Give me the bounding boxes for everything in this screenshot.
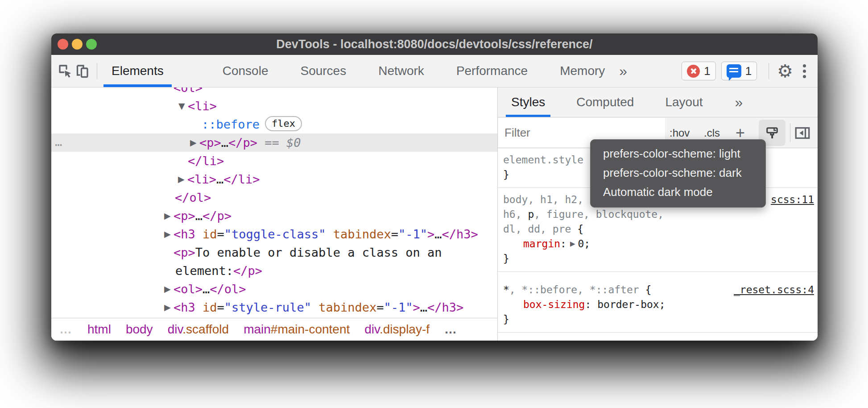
selector-line: p {user agent stylesheet xyxy=(503,340,818,341)
device-toolbar-icon[interactable] xyxy=(74,62,91,79)
shorthand-expander-icon[interactable]: ▶ xyxy=(566,240,578,248)
stylesheet-link[interactable]: scss:11 xyxy=(771,192,814,207)
more-tabs-icon[interactable]: » xyxy=(613,63,633,79)
css-property[interactable]: margin:▶0; xyxy=(503,237,818,251)
tree-part-plain xyxy=(326,227,333,241)
tree-part-tag: > xyxy=(413,300,420,314)
devtools-window: DevTools - localhost:8080/docs/devtools/… xyxy=(51,33,818,341)
tree-part-plain xyxy=(195,227,203,241)
tab-label: Performance xyxy=(456,64,528,78)
tree-part-dots: … xyxy=(195,209,203,223)
breadcrumb-tag: html xyxy=(87,322,111,336)
toggle-sidebar-button[interactable] xyxy=(794,117,811,148)
expand-arrow-closed-icon[interactable]: ▶ xyxy=(164,207,171,225)
tree-part-text: element: xyxy=(175,264,233,278)
tree-row[interactable]: </li> xyxy=(51,152,497,170)
tree-part-tag: </p> xyxy=(228,136,257,150)
breadcrumb-item-html[interactable]: html xyxy=(87,322,111,337)
tree-row[interactable]: ▼<li> xyxy=(51,97,497,115)
selector-part: element.style xyxy=(503,154,583,166)
sidebar-toggle-icon xyxy=(794,125,811,141)
issues-badge[interactable]: 1 xyxy=(721,62,757,80)
sidebar-tab-layout[interactable]: Layout xyxy=(660,87,708,117)
title-bar: DevTools - localhost:8080/docs/devtools/… xyxy=(51,33,818,55)
tree-part-plain xyxy=(311,300,318,314)
flex-badge[interactable]: flex xyxy=(265,116,302,131)
menu-item-prefers-color-scheme-light[interactable]: prefers-color-scheme: light xyxy=(591,144,765,163)
breadcrumb-overflow-right[interactable]: … xyxy=(444,322,458,337)
tree-row[interactable]: <ol> xyxy=(51,87,497,97)
menu-item-prefers-color-scheme-dark[interactable]: prefers-color-scheme: dark xyxy=(591,163,765,183)
selector-part: , *::before, *::after xyxy=(509,284,645,296)
tree-row[interactable]: ▶<p>…</p> xyxy=(51,207,497,225)
tree-row[interactable]: …▶<p>…</p> == $0 xyxy=(51,133,497,152)
expand-arrow-open-icon[interactable]: ▼ xyxy=(178,97,185,115)
tree-row[interactable]: <p>To enable or disable a class on an xyxy=(51,243,497,262)
sidebar-tab-styles[interactable]: Styles xyxy=(506,87,550,117)
sidebar-tabs: StylesComputedLayout» xyxy=(498,87,818,117)
tree-part-dots: … xyxy=(221,136,228,150)
css-property[interactable]: box-sizing: border-box; xyxy=(503,297,818,312)
tab-performance[interactable]: Performance xyxy=(448,55,536,87)
expand-arrow-closed-icon[interactable]: ▶ xyxy=(164,225,171,243)
tab-console[interactable]: Console xyxy=(215,55,277,87)
breadcrumb-item-div[interactable]: div.scaffold xyxy=(168,322,229,337)
breadcrumb-item-body[interactable]: body xyxy=(126,322,153,337)
breadcrumb-item-div[interactable]: div.display-f xyxy=(364,322,430,337)
tree-part-plain: = xyxy=(217,300,224,314)
tab-network[interactable]: Network xyxy=(370,55,432,87)
expand-arrow-closed-icon[interactable]: ▶ xyxy=(164,280,171,298)
error-badge[interactable]: 1 xyxy=(682,62,715,80)
sidebar-tab-label: Layout xyxy=(665,95,703,109)
settings-gear-icon[interactable]: ⚙ xyxy=(777,62,793,79)
row-overflow-dots: … xyxy=(55,133,63,151)
stylesheet-link[interactable]: _reset.scss:4 xyxy=(734,283,814,297)
tree-part-plain xyxy=(195,300,203,314)
sidebar-tab-label: Computed xyxy=(576,95,634,109)
menu-item-automatic-dark-mode[interactable]: Automatic dark mode xyxy=(591,183,765,202)
tree-row[interactable]: </ol> xyxy=(51,188,497,207)
tree-part-tag: </p> xyxy=(203,209,231,223)
sidebar-more-tabs-icon[interactable]: » xyxy=(729,94,749,111)
issues-count: 1 xyxy=(745,64,752,78)
tree-row[interactable]: ▶<h3 id="toggle-class" tabindex="-1">…</… xyxy=(51,225,497,243)
selector-line: h6, p, figure, blockquote, xyxy=(503,207,818,222)
breadcrumb-item-main[interactable]: main#main-content xyxy=(244,322,350,337)
breadcrumb-overflow-left[interactable]: … xyxy=(59,322,73,337)
tree-row[interactable]: ▶<h3 id="style-rule" tabindex="-1">…</h3… xyxy=(51,298,497,316)
toolbar-divider xyxy=(769,63,769,79)
expand-arrow-closed-icon[interactable]: ▶ xyxy=(164,298,171,316)
selector-line: dl, dd, pre { xyxy=(503,222,818,237)
tab-label: Memory xyxy=(560,64,605,78)
breadcrumb-tag: body xyxy=(126,322,153,336)
tree-row[interactable]: element:</p> xyxy=(51,262,497,280)
expand-arrow-closed-icon[interactable]: ▶ xyxy=(178,170,185,188)
tree-part-plain: = xyxy=(391,227,398,241)
inspect-element-icon[interactable] xyxy=(57,62,74,79)
tree-part-tag: <li> xyxy=(188,99,217,113)
tree-part-dots: … xyxy=(216,172,223,186)
style-rule-section: *, *::before, *::after {_reset.scss:4box… xyxy=(498,271,818,332)
expand-arrow-closed-icon[interactable]: ▶ xyxy=(190,133,197,152)
tab-memory[interactable]: Memory xyxy=(552,55,613,87)
tree-row[interactable]: ::beforeflex xyxy=(51,115,497,133)
panel-tabs: ElementsConsoleSourcesNetworkPerformance… xyxy=(103,55,613,87)
window-title: DevTools - localhost:8080/docs/devtools/… xyxy=(51,33,818,55)
kebab-menu-icon[interactable] xyxy=(795,64,814,78)
tree-row[interactable]: ▶<li>…</li> xyxy=(51,170,497,188)
breadcrumb-suffix: .display-f xyxy=(380,322,430,336)
tab-elements[interactable]: Elements xyxy=(103,55,172,87)
selector-line: *, *::before, *::after {_reset.scss:4 xyxy=(503,283,818,297)
tree-part-tag: </h3> xyxy=(442,227,478,241)
selector-part: , figure, blockquote, xyxy=(534,208,664,220)
sidebar-tab-computed[interactable]: Computed xyxy=(571,87,639,117)
tree-part-val: "-1" xyxy=(398,227,427,241)
tree-part-tag: <ol> xyxy=(174,87,203,95)
dom-tree: <ol>▼<li>::beforeflex…▶<p>…</p> == $0</l… xyxy=(51,87,497,316)
selector-part: p xyxy=(528,208,534,220)
css-property-name: margin xyxy=(523,238,560,250)
selector-part: { xyxy=(645,284,652,296)
tab-sources[interactable]: Sources xyxy=(292,55,354,87)
rendering-emulation-menu: prefers-color-scheme: lightprefers-color… xyxy=(590,139,766,208)
tree-row[interactable]: ▶<ol>…</ol> xyxy=(51,280,497,298)
